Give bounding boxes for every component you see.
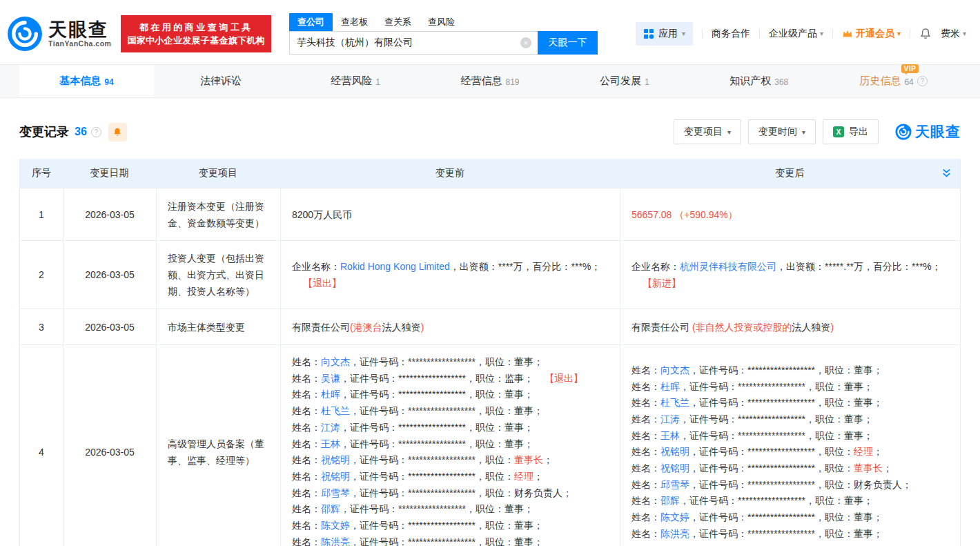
table-row: 32026-03-05市场主体类型变更有限责任公司(港澳台法人独资)有限责任公司… [20, 309, 960, 344]
entity-link[interactable]: 杜晖 [660, 381, 680, 392]
tab-history-info[interactable]: 历史信息 VIP 64 ? [826, 65, 961, 97]
search-button[interactable]: 天眼一下 [538, 31, 598, 55]
entity-link[interactable]: 祝铭明 [321, 471, 350, 482]
tab-intellectual-property[interactable]: 知识产权 368 [692, 65, 826, 97]
apps-menu-button[interactable]: 应用 ▾ [636, 22, 693, 46]
collapse-all-icon[interactable] [941, 168, 952, 179]
subscribe-bell-button[interactable] [108, 123, 127, 142]
export-label: 导出 [849, 126, 868, 138]
entity-link[interactable]: 杜飞兰 [660, 397, 689, 408]
text-segment: 企业名称： [631, 261, 680, 272]
person-line: 姓名：祝铭明，证件号码：******************，职位：经理； [631, 444, 949, 460]
entity-link[interactable]: 杜晖 [321, 389, 340, 400]
caret-down-icon: ▾ [802, 128, 805, 136]
tab-company-development[interactable]: 公司发展 1 [557, 65, 692, 97]
before-cell: 8200万人民币 [280, 188, 620, 240]
notification-bell-icon[interactable] [919, 28, 932, 40]
tab-label: 法律诉讼 [200, 75, 242, 88]
entity-link[interactable]: 祝铭明 [660, 462, 689, 474]
text-segment: ； [863, 430, 873, 441]
entity-link[interactable]: 陈洪亮 [660, 528, 689, 539]
text-segment: 姓名： [292, 487, 321, 498]
filter-label: 变更项目 [684, 126, 723, 138]
export-button[interactable]: X 导出 [823, 119, 879, 144]
text-segment: 姓名： [292, 373, 321, 384]
text-segment: 姓名： [631, 462, 660, 474]
entity-link[interactable]: 向文杰 [660, 364, 689, 376]
tianyancha-logo[interactable]: 天眼查 TianYanCha.com [7, 16, 111, 52]
entity-link[interactable]: 王林 [321, 438, 340, 449]
entity-link[interactable]: 杭州灵伴科技有限公司 [680, 261, 776, 272]
text-segment: 姓名： [292, 356, 321, 367]
text-segment: 董事 [854, 364, 873, 376]
text-segment: 56657.08 （+590.94%） [631, 209, 738, 220]
change-record-header: 变更记录 36 ? 变更项目 ▾ 变更时间 ▾ X 导出 天眼查 [0, 119, 980, 145]
nav-enterprise-products[interactable]: 企业级产品 ▾ [769, 28, 823, 40]
entity-link[interactable]: 陈文婷 [321, 520, 350, 531]
entity-link[interactable]: 祝铭明 [660, 446, 689, 457]
text-segment: ，出资额：*****.**万，百分比：***%； [776, 261, 941, 272]
text-segment: 姓名： [292, 520, 321, 531]
tab-legal-litigation[interactable]: 法律诉讼 [154, 65, 288, 97]
entity-link[interactable]: 向文杰 [321, 356, 350, 367]
cell-text: 企业名称：Rokid Hong Kong Limited，出资额：****万，百… [292, 258, 609, 291]
entity-link[interactable]: 王林 [660, 430, 680, 441]
username: 费米 [941, 28, 960, 40]
entity-link[interactable]: 杜飞兰 [321, 405, 350, 416]
search-tab-boss[interactable]: 查老板 [333, 13, 376, 31]
entity-link[interactable]: 江涛 [321, 422, 340, 433]
text-segment: 姓名： [631, 381, 660, 392]
change-date: 2026-03-05 [63, 188, 156, 240]
user-menu[interactable]: 费米 ▾ [941, 28, 966, 40]
text-segment: ，证件号码：******************，职位： [340, 422, 504, 433]
entity-link[interactable]: 吴谦 [321, 373, 340, 384]
entity-link[interactable]: 邵辉 [321, 503, 340, 514]
text-segment: 董事 [504, 422, 524, 433]
clear-search-icon[interactable]: × [520, 37, 531, 48]
open-vip-button[interactable]: 开通会员 ▾ [842, 28, 901, 40]
change-item-cell: 高级管理人员备案（董事、监事、经理等） [156, 345, 280, 546]
text-segment: ，证件号码：******************，职位： [689, 511, 854, 523]
change-item-cell: 投资人变更（包括出资额、出资方式、出资日期、投资人名称等） [156, 241, 280, 309]
tab-basic-info[interactable]: 基本信息 94 [19, 65, 154, 97]
tab-operation-risk[interactable]: 经营风险 1 [288, 65, 423, 97]
search-tab-risk[interactable]: 查风险 [420, 13, 463, 31]
tab-operation-info[interactable]: 经营信息 819 [423, 65, 558, 97]
text-segment: 姓名： [631, 495, 660, 506]
entity-link[interactable]: 邱雪琴 [660, 479, 689, 490]
filter-change-project-button[interactable]: 变更项目 ▾ [674, 119, 741, 144]
entity-link[interactable]: 邵辉 [660, 495, 680, 506]
search-input[interactable] [289, 31, 538, 55]
search-tab-relation[interactable]: 查关系 [376, 13, 420, 31]
search-tab-company[interactable]: 查公司 [289, 13, 333, 31]
entity-link[interactable]: Rokid Hong Kong Limited [340, 261, 450, 272]
vip-badge: VIP [901, 64, 919, 73]
help-icon[interactable]: ? [91, 127, 101, 137]
text-segment: 监事 [504, 373, 524, 384]
text-segment: 董事 [844, 430, 863, 441]
entity-link[interactable]: 陈洪亮 [321, 536, 350, 546]
watermark-text: 天眼查 [915, 122, 961, 142]
text-segment: 有限责任公司 [631, 322, 692, 333]
entity-link[interactable]: 陈文婷 [660, 511, 689, 523]
text-segment: ，证件号码：******************，职位： [340, 503, 504, 514]
after-cell: 有限责任公司 (非自然人投资或控股的法人独资) [620, 309, 960, 344]
person-line: 姓名：王林，证件号码：******************，职位：董事； [292, 436, 609, 453]
entity-link[interactable]: 邱雪琴 [321, 487, 350, 498]
text-segment: 姓名： [631, 511, 660, 523]
cell-text: 8200万人民币 [292, 206, 609, 223]
help-icon[interactable]: ? [917, 76, 928, 86]
nav-business-cooperation[interactable]: 商务合作 [712, 28, 750, 40]
slogan-line2: 国家中小企业发展子基金旗下机构 [127, 34, 265, 47]
entity-link[interactable]: 祝铭明 [321, 454, 350, 465]
logo-eye-icon [895, 124, 912, 140]
change-item-cell: 市场主体类型变更 [156, 309, 280, 344]
caret-down-icon: ▾ [897, 30, 901, 37]
text-segment: ，证件号码：******************，职位： [340, 438, 504, 449]
entity-link[interactable]: 江涛 [660, 413, 680, 425]
filter-change-time-button[interactable]: 变更时间 ▾ [748, 119, 816, 144]
apps-label: 应用 [658, 28, 678, 40]
text-segment: ，证件号码：******************，职位： [680, 413, 844, 425]
change-item-text: 高级管理人员备案（董事、监事、经理等） [168, 436, 269, 469]
after-cell: 56657.08 （+590.94%） [620, 188, 960, 240]
